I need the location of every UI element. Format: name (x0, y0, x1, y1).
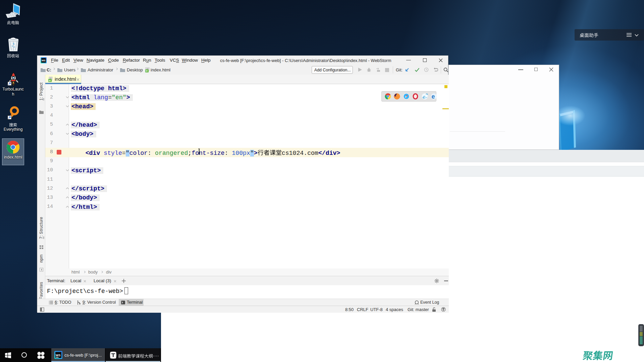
svg-text:e: e (423, 94, 425, 100)
svg-text:H: H (146, 69, 148, 72)
svg-text:WS: WS (56, 354, 61, 357)
svg-text:H: H (49, 79, 51, 82)
svg-text:e: e (432, 93, 435, 100)
svg-text:WS: WS (42, 59, 46, 62)
